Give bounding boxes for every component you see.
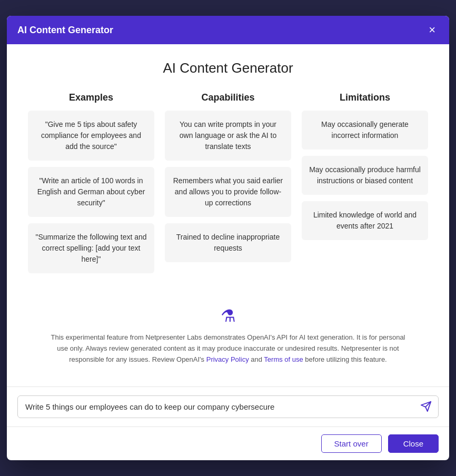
privacy-policy-link[interactable]: Privacy Policy [206, 355, 249, 363]
example-card-1: "Give me 5 tips about safety compliance … [28, 111, 154, 161]
modal-header-title: AI Content Generator [17, 25, 113, 36]
modal-header: AI Content Generator × [7, 16, 449, 44]
capabilities-header: Capabilities [165, 92, 291, 103]
limitation-card-1: May occasionally generate incorrect info… [302, 111, 428, 150]
examples-column: Examples "Give me 5 tips about safety co… [28, 92, 154, 280]
modal-close-button[interactable]: × [425, 23, 439, 37]
modal-footer-buttons: Start over Close [7, 427, 449, 460]
limitation-card-2: May occasionally produce harmful instruc… [302, 156, 428, 195]
footer-section: ⚗ This experimental feature from Netpres… [28, 301, 428, 375]
page-title: AI Content Generator [28, 60, 428, 76]
start-over-button[interactable]: Start over [321, 434, 382, 453]
footer-text: This experimental feature from Netpresen… [49, 332, 407, 365]
ai-content-generator-modal: AI Content Generator × AI Content Genera… [7, 16, 449, 460]
footer-text-part3: before utilizing this feature. [303, 355, 387, 363]
close-button[interactable]: Close [388, 434, 439, 453]
input-wrapper [17, 395, 439, 418]
capabilities-column: Capabilities You can write prompts in yo… [165, 92, 291, 280]
send-icon [420, 401, 432, 412]
limitations-header: Limitations [302, 92, 428, 103]
capability-card-3: Trained to decline inappropriate request… [165, 223, 291, 262]
example-card-3: "Summarize the following text and correc… [28, 223, 154, 273]
limitations-column: Limitations May occasionally generate in… [302, 92, 428, 280]
prompt-input[interactable] [25, 402, 415, 411]
flask-icon: ⚗ [38, 306, 418, 326]
footer-text-part2: and [249, 355, 264, 363]
send-button[interactable] [420, 401, 432, 412]
terms-of-use-link[interactable]: Terms of use [264, 355, 303, 363]
modal-body: AI Content Generator Examples "Give me 5… [7, 44, 449, 386]
capability-card-1: You can write prompts in your own langua… [165, 111, 291, 161]
limitation-card-3: Limited knowledge of world and events af… [302, 201, 428, 240]
modal-overlay: AI Content Generator × AI Content Genera… [0, 0, 456, 476]
input-area [7, 386, 449, 427]
capability-card-2: Remembers what you said earlier and allo… [165, 167, 291, 217]
example-card-2: "Write an article of 100 words in Englis… [28, 167, 154, 217]
examples-header: Examples [28, 92, 154, 103]
columns-grid: Examples "Give me 5 tips about safety co… [28, 92, 428, 280]
